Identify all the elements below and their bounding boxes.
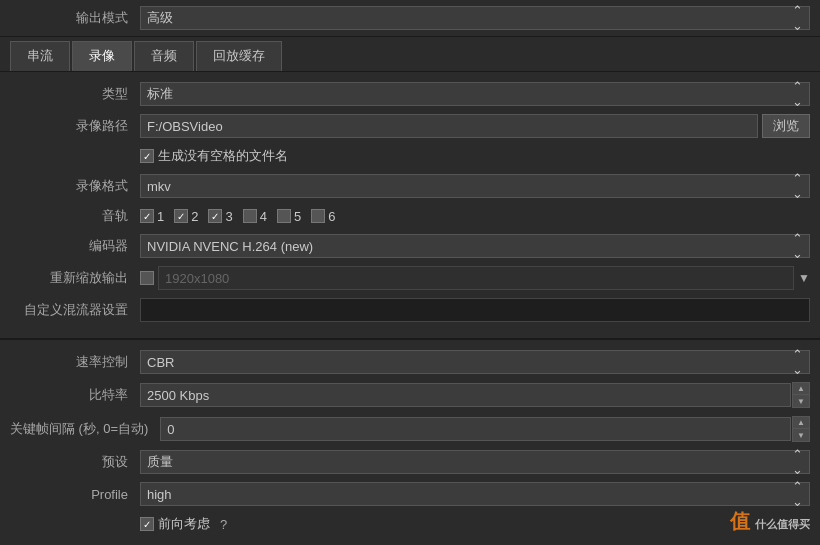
type-control: 标准 ⌃⌄ [140,82,810,106]
keyframe-control: 0 ▲ ▼ [160,416,810,442]
output-mode-select[interactable]: 高级 ⌃⌄ [140,6,810,30]
rate-control-select[interactable]: CBR ⌃⌄ [140,350,810,374]
mixer-input[interactable] [140,298,810,322]
type-row: 类型 标准 ⌃⌄ [0,78,820,110]
bitrate-row: 比特率 2500 Kbps ▲ ▼ [0,378,820,412]
keyframe-input[interactable]: 0 [160,417,791,441]
bitrate-label: 比特率 [10,386,140,404]
lookahead-row: 前向考虑 ? [0,510,820,538]
rate-control-label: 速率控制 [10,353,140,371]
rescale-label: 重新缩放输出 [10,269,140,287]
tab-recording[interactable]: 录像 [72,41,132,71]
lookahead-control: 前向考虑 ? [140,515,810,533]
no-space-label: 生成没有空格的文件名 [158,147,288,165]
track-1: 1 [140,209,164,224]
format-row: 录像格式 mkv ⌃⌄ [0,170,820,202]
track-3-checkbox[interactable] [208,209,222,223]
track-2: 2 [174,209,198,224]
keyframe-up[interactable]: ▲ [793,417,809,429]
track-3: 3 [208,209,232,224]
track-6-checkbox[interactable] [311,209,325,223]
recording-section: 类型 标准 ⌃⌄ 录像路径 F:/OBSVideo 浏览 生成没有空格的文件名 … [0,72,820,332]
track-6: 6 [311,209,335,224]
lookahead-help-icon[interactable]: ? [220,517,227,532]
track-4-checkbox[interactable] [243,209,257,223]
mixer-row: 自定义混流器设置 [0,294,820,326]
encoder-label: 编码器 [10,237,140,255]
track-5-checkbox[interactable] [277,209,291,223]
bitrate-input[interactable]: 2500 Kbps [140,383,791,407]
profile-control: high ⌃⌄ [140,482,810,506]
lookahead-checkbox[interactable] [140,517,154,531]
audio-label: 音轨 [10,207,140,225]
rescale-row: 重新缩放输出 1920x1080 ▼ [0,262,820,294]
bitrate-spinner: ▲ ▼ [792,382,810,408]
rescale-control: 1920x1080 ▼ [140,266,810,290]
bitrate-control: 2500 Kbps ▲ ▼ [140,382,810,408]
profile-label: Profile [10,487,140,502]
keyframe-label: 关键帧间隔 (秒, 0=自动) [10,420,160,438]
rescale-dropdown-arrow: ▼ [798,271,810,285]
psycho-row: 心理视觉调整 ? [0,538,820,545]
profile-row: Profile high ⌃⌄ [0,478,820,510]
profile-select[interactable]: high ⌃⌄ [140,482,810,506]
preset-select[interactable]: 质量 ⌃⌄ [140,450,810,474]
mixer-label: 自定义混流器设置 [10,301,140,319]
preset-row: 预设 质量 ⌃⌄ [0,446,820,478]
type-label: 类型 [10,85,140,103]
format-label: 录像格式 [10,177,140,195]
track-2-checkbox[interactable] [174,209,188,223]
tab-bar: 串流 录像 音频 回放缓存 [0,37,820,72]
no-space-row: 生成没有空格的文件名 [0,142,820,170]
no-space-control: 生成没有空格的文件名 [140,147,810,165]
browse-button[interactable]: 浏览 [762,114,810,138]
top-bar: 输出模式 高级 ⌃⌄ [0,0,820,37]
format-control: mkv ⌃⌄ [140,174,810,198]
no-space-checkbox[interactable] [140,149,154,163]
tab-replay[interactable]: 回放缓存 [196,41,282,71]
mixer-control [140,298,810,322]
lookahead-label: 前向考虑 [158,515,210,533]
rescale-checkbox[interactable] [140,271,154,285]
path-control: F:/OBSVideo 浏览 [140,114,810,138]
rate-control-control: CBR ⌃⌄ [140,350,810,374]
type-select[interactable]: 标准 ⌃⌄ [140,82,810,106]
bitrate-up[interactable]: ▲ [793,383,809,395]
keyframe-spinner: ▲ ▼ [792,416,810,442]
audio-tracks-control: 1 2 3 4 5 6 [140,209,810,224]
rate-control-row: 速率控制 CBR ⌃⌄ [0,346,820,378]
preset-label: 预设 [10,453,140,471]
preset-control: 质量 ⌃⌄ [140,450,810,474]
track-5: 5 [277,209,301,224]
bitrate-down[interactable]: ▼ [793,395,809,407]
path-row: 录像路径 F:/OBSVideo 浏览 [0,110,820,142]
path-label: 录像路径 [10,117,140,135]
advanced-section: 速率控制 CBR ⌃⌄ 比特率 2500 Kbps ▲ ▼ 关键帧间隔 (秒, … [0,338,820,545]
audio-tracks-row: 音轨 1 2 3 4 5 6 [0,202,820,230]
tab-stream[interactable]: 串流 [10,41,70,71]
track-1-checkbox[interactable] [140,209,154,223]
encoder-select[interactable]: NVIDIA NVENC H.264 (new) ⌃⌄ [140,234,810,258]
keyframe-row: 关键帧间隔 (秒, 0=自动) 0 ▲ ▼ [0,412,820,446]
keyframe-down[interactable]: ▼ [793,429,809,441]
tab-audio[interactable]: 音频 [134,41,194,71]
encoder-control: NVIDIA NVENC H.264 (new) ⌃⌄ [140,234,810,258]
encoder-row: 编码器 NVIDIA NVENC H.264 (new) ⌃⌄ [0,230,820,262]
output-mode-label: 输出模式 [10,9,140,27]
format-select[interactable]: mkv ⌃⌄ [140,174,810,198]
track-4: 4 [243,209,267,224]
